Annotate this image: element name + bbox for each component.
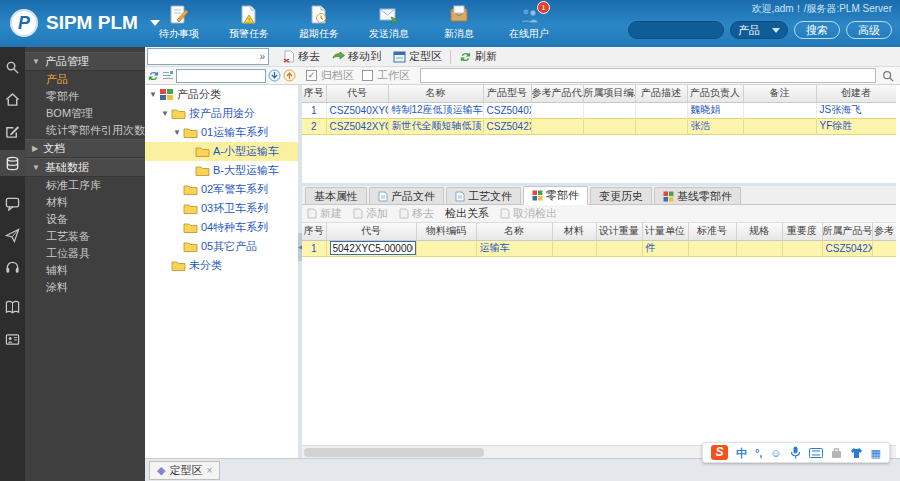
close-icon[interactable]: × (206, 465, 212, 476)
support-module-button[interactable] (0, 254, 25, 280)
magnifier-icon[interactable] (882, 70, 894, 82)
finalized-zone-panel-tab[interactable]: ◆ 定型区 × (149, 461, 220, 480)
cancel-checkout-button[interactable]: 取消检出 (500, 206, 557, 221)
sidebar-section-product-management[interactable]: ▼产品管理 (25, 52, 145, 71)
checkout-relation-button[interactable]: 检出关系 (445, 206, 489, 221)
tab-process-files[interactable]: 工艺文件 (446, 187, 521, 204)
part-name-link[interactable]: 运输车 (476, 240, 552, 256)
new-part-button[interactable]: 新建 (307, 206, 342, 221)
product-name-link[interactable]: 新世代全顺短轴低顶 (388, 118, 483, 134)
part-code-input[interactable] (330, 241, 416, 255)
parent-product-link[interactable]: CSZ5042XY.. (822, 240, 872, 256)
home-module-button[interactable] (0, 86, 25, 112)
tab-basic-attributes[interactable]: 基本属性 (305, 187, 367, 204)
column-header[interactable]: 序号 (302, 85, 326, 102)
locate-up-icon[interactable] (283, 69, 296, 82)
column-header[interactable]: 所属产品号 (822, 223, 872, 240)
search-category-select[interactable]: 产品 (730, 21, 788, 39)
sidebar-item-part-usage-stats[interactable]: 统计零部件引用次数 (25, 122, 145, 139)
knowledge-module-button[interactable] (0, 294, 25, 320)
ime-chinese-mode[interactable]: 中 (736, 443, 747, 463)
nav-item-new-message[interactable]: 新消息 (432, 5, 486, 41)
column-header[interactable]: 重要度 (782, 223, 822, 240)
tree-node-root[interactable]: ▼ 产品分类 (145, 85, 298, 104)
column-header[interactable]: 备注 (743, 85, 816, 102)
edit-module-button[interactable] (0, 118, 25, 144)
data-module-button[interactable] (0, 150, 25, 176)
search-button[interactable]: 搜索 (794, 21, 840, 39)
sidebar-item-parts[interactable]: 零部件 (25, 88, 145, 105)
sidebar-item-process-equipment[interactable]: 工艺装备 (25, 228, 145, 245)
sidebar-section-basic-data[interactable]: ▼基础数据 (25, 158, 145, 177)
ime-emoji-icon[interactable]: ☺ (770, 443, 781, 463)
grid-filter-input[interactable] (420, 68, 876, 83)
column-header[interactable]: 规格 (736, 223, 782, 240)
tab-product-files[interactable]: 产品文件 (369, 187, 444, 204)
sidebar-item-station-tools[interactable]: 工位器具 (25, 245, 145, 262)
tree-refresh-icon[interactable] (147, 70, 160, 82)
nav-item-send-message[interactable]: 发送消息 (362, 5, 416, 41)
tree-node-other-products[interactable]: 05其它产品 (145, 237, 298, 256)
tree-node-transport-series[interactable]: ▼ 01运输车系列 (145, 123, 298, 142)
ime-grid-icon[interactable]: ▦ (871, 443, 881, 463)
workspace-checkbox-group[interactable]: 工作区 (362, 68, 410, 83)
column-header[interactable]: 产品型号 (483, 85, 531, 102)
remove-button[interactable]: 移去 (277, 48, 326, 66)
archive-checkbox[interactable]: ✓ (306, 70, 317, 81)
tab-change-history[interactable]: 变更历史 (590, 187, 652, 204)
tree-node-unclassified[interactable]: 未分类 (145, 256, 298, 275)
archive-checkbox-group[interactable]: ✓ 归档区 (306, 68, 354, 83)
column-header[interactable]: 代号 (326, 85, 388, 102)
column-header[interactable]: 材料 (552, 223, 596, 240)
workspace-checkbox[interactable] (362, 70, 373, 81)
column-header[interactable]: 标准号 (688, 223, 736, 240)
skin-shirt-icon[interactable] (850, 447, 863, 459)
search-module-button[interactable] (0, 54, 25, 80)
tree-filter-input[interactable] (176, 69, 266, 83)
finalized-zone-button[interactable]: 定型区 (387, 48, 448, 66)
product-name-link[interactable]: 特制12座低顶运输车（上掀.. (388, 102, 483, 118)
product-code-link[interactable]: CSZ5040XYC5-000.. (326, 102, 388, 118)
refresh-button[interactable]: 刷新 (453, 48, 503, 66)
sidebar-section-documents[interactable]: ▶文档 (25, 139, 145, 158)
part-row-1-selected[interactable]: 1 运输车 件 CSZ5042XY.. (302, 240, 896, 256)
column-header[interactable]: 物料编码 (416, 223, 476, 240)
column-header[interactable]: 产品负责人 (687, 85, 743, 102)
expander-icon[interactable]: ▼ (159, 109, 171, 118)
tree-node-special-series[interactable]: 04特种车系列 (145, 218, 298, 237)
add-part-button[interactable]: 添加 (353, 206, 388, 221)
sogou-logo[interactable]: S (711, 445, 728, 460)
tree-node-police-series[interactable]: 02军警车系列 (145, 180, 298, 199)
expander-icon[interactable]: ▼ (171, 128, 183, 137)
expander-icon[interactable]: ▼ (147, 90, 159, 99)
send-module-button[interactable] (0, 222, 25, 248)
locate-down-icon[interactable] (268, 69, 281, 82)
column-header[interactable]: 参考 (872, 223, 896, 240)
contacts-module-button[interactable] (0, 326, 25, 352)
microphone-icon[interactable] (790, 446, 801, 459)
column-header[interactable]: 名称 (388, 85, 483, 102)
keyboard-icon[interactable] (809, 448, 823, 458)
tree-mode-combobox[interactable]: » (147, 48, 269, 65)
column-header[interactable]: 序号 (302, 223, 326, 240)
sidebar-item-equipment[interactable]: 设备 (25, 211, 145, 228)
app-logo[interactable]: P SIPM PLM (10, 9, 160, 37)
nav-item-todo-tasks[interactable]: 待办事项 (152, 5, 206, 41)
tree-node-by-usage[interactable]: ▼ 按产品用途分 (145, 104, 298, 123)
scrollbar-thumb[interactable] (304, 448, 484, 457)
column-header[interactable]: 产品描述 (635, 85, 687, 102)
advanced-search-button[interactable]: 高级 (846, 21, 892, 39)
sidebar-item-bom[interactable]: BOM管理 (25, 105, 145, 122)
column-header[interactable]: 名称 (476, 223, 552, 240)
sidebar-item-aux-material[interactable]: 辅料 (25, 262, 145, 279)
sidebar-item-material[interactable]: 材料 (25, 194, 145, 211)
sidebar-item-coating[interactable]: 涂料 (25, 279, 145, 296)
column-header[interactable]: 代号 (326, 223, 416, 240)
column-header[interactable]: 计量单位 (642, 223, 688, 240)
tab-baseline-parts[interactable]: 基线零部件 (654, 187, 741, 204)
ime-punctuation[interactable]: °, (755, 443, 762, 463)
move-to-button[interactable]: 移动到 (326, 48, 387, 66)
tree-node-small-transport[interactable]: A-小型运输车 (145, 142, 298, 161)
message-module-button[interactable] (0, 190, 25, 216)
nav-item-warning-tasks[interactable]: ! 预警任务 (222, 5, 276, 41)
